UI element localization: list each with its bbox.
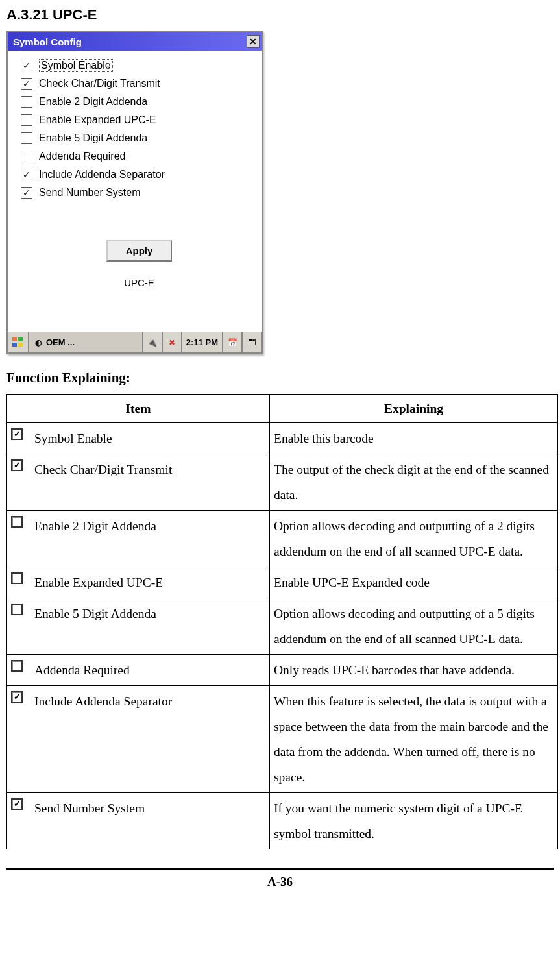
- dialog-caption: UPC-E: [21, 277, 258, 288]
- checkbox-icon: ✓: [11, 459, 23, 471]
- table-cell-item: Enable 2 Digit Addenda: [7, 511, 270, 567]
- taskbar-clock[interactable]: 2:11 PM: [182, 332, 223, 353]
- table-cell-explaining: The output of the check digit at the end…: [270, 454, 558, 511]
- taskbar: ◐ OEM ... 🔌 ✖ 2:11 PM 📅 🗔: [8, 331, 262, 353]
- dialog-option[interactable]: ✓Symbol Enable: [21, 57, 258, 74]
- dialog-option[interactable]: Addenda Required: [21, 148, 258, 165]
- checkbox-icon[interactable]: [21, 151, 32, 162]
- dialog-titlebar: Symbol Config ✕: [8, 32, 262, 51]
- dialog-option-label: Enable 2 Digit Addenda: [39, 96, 147, 108]
- section-heading: A.3.21 UPC-E: [6, 6, 554, 23]
- table-row: ✓Send Number SystemIf you want the numer…: [7, 793, 558, 849]
- show-desktop-icon[interactable]: 🗔: [242, 332, 262, 353]
- dialog-option-label: Addenda Required: [39, 151, 125, 162]
- checkbox-icon: ✓: [11, 798, 23, 810]
- function-heading: Function Explaining:: [6, 370, 554, 386]
- table-row: ✓Check Char/Digit TransmitThe output of …: [7, 454, 558, 511]
- dialog-option-label: Include Addenda Separator: [39, 169, 165, 180]
- table-row: Addenda RequiredOnly reads UPC-E barcode…: [7, 655, 558, 686]
- function-table: Item Explaining ✓Symbol EnableEnable thi…: [6, 394, 558, 849]
- dialog-option-label: Enable Expanded UPC-E: [39, 114, 156, 126]
- dialog-option[interactable]: ✓Check Char/Digit Transmit: [21, 75, 258, 92]
- table-cell-item: ✓Check Char/Digit Transmit: [7, 454, 270, 511]
- dialog-option-label: Symbol Enable: [39, 59, 113, 72]
- table-cell-explaining: When this feature is selected, the data …: [270, 686, 558, 793]
- checkbox-icon[interactable]: ✓: [21, 169, 32, 180]
- table-row: Enable 2 Digit AddendaOption allows deco…: [7, 511, 558, 567]
- table-item-label: Check Char/Digit Transmit: [34, 457, 172, 482]
- app-icon: ◐: [33, 337, 43, 348]
- table-row: ✓Include Addenda SeparatorWhen this feat…: [7, 686, 558, 793]
- table-item-label: Enable Expanded UPC-E: [34, 570, 163, 595]
- checkbox-icon[interactable]: [21, 114, 32, 126]
- dialog-option[interactable]: Enable 5 Digit Addenda: [21, 130, 258, 147]
- dialog-body: ✓Symbol Enable✓Check Char/Digit Transmit…: [8, 51, 262, 331]
- tray-icon-3[interactable]: 📅: [223, 332, 242, 353]
- checkbox-icon[interactable]: [21, 96, 32, 108]
- table-cell-item: Addenda Required: [7, 655, 270, 686]
- checkbox-icon[interactable]: ✓: [21, 78, 32, 90]
- table-cell-explaining: Option allows decoding and outputting of…: [270, 511, 558, 567]
- table-row: Enable Expanded UPC-EEnable UPC-E Expand…: [7, 567, 558, 598]
- checkbox-icon[interactable]: [21, 132, 32, 144]
- checkbox-icon[interactable]: ✓: [21, 60, 32, 71]
- table-cell-explaining: If you want the numeric system digit of …: [270, 793, 558, 849]
- table-cell-item: Enable Expanded UPC-E: [7, 567, 270, 598]
- checkbox-icon: [11, 604, 23, 615]
- taskbar-app-label: OEM ...: [46, 337, 75, 347]
- table-cell-item: ✓Symbol Enable: [7, 423, 270, 454]
- table-cell-item: Enable 5 Digit Addenda: [7, 598, 270, 655]
- dialog-screenshot: Symbol Config ✕ ✓Symbol Enable✓Check Cha…: [6, 31, 263, 354]
- table-header-row: Item Explaining: [7, 395, 558, 423]
- start-icon[interactable]: [8, 332, 29, 353]
- page-number: A-36: [6, 868, 554, 889]
- checkbox-icon: [11, 516, 23, 528]
- table-item-label: Symbol Enable: [34, 426, 112, 451]
- table-item-label: Send Number System: [34, 796, 145, 821]
- checkbox-icon: [11, 660, 23, 672]
- checkbox-icon[interactable]: ✓: [21, 187, 32, 199]
- dialog-title: Symbol Config: [13, 36, 82, 47]
- table-row: ✓Symbol EnableEnable this barcode: [7, 423, 558, 454]
- table-item-label: Enable 2 Digit Addenda: [34, 513, 156, 539]
- checkbox-icon: ✓: [11, 691, 23, 703]
- header-explaining: Explaining: [270, 395, 558, 423]
- table-item-label: Enable 5 Digit Addenda: [34, 601, 156, 626]
- apply-button[interactable]: Apply: [106, 240, 173, 262]
- dialog-option[interactable]: Enable 2 Digit Addenda: [21, 93, 258, 110]
- dialog-option[interactable]: Enable Expanded UPC-E: [21, 112, 258, 128]
- dialog-option-label: Enable 5 Digit Addenda: [39, 132, 147, 144]
- table-item-label: Include Addenda Separator: [34, 689, 172, 714]
- dialog-option-label: Send Number System: [39, 187, 141, 199]
- table-cell-explaining: Option allows decoding and outputting of…: [270, 598, 558, 655]
- taskbar-app-button[interactable]: ◐ OEM ...: [29, 332, 143, 353]
- tray-icon-2[interactable]: ✖: [162, 332, 182, 353]
- table-cell-explaining: Enable this barcode: [270, 423, 558, 454]
- checkbox-icon: ✓: [11, 428, 23, 440]
- table-cell-item: ✓Include Addenda Separator: [7, 686, 270, 793]
- checkbox-icon: [11, 572, 23, 584]
- table-item-label: Addenda Required: [34, 657, 130, 683]
- table-cell-item: ✓Send Number System: [7, 793, 270, 849]
- header-item: Item: [7, 395, 270, 423]
- table-cell-explaining: Enable UPC-E Expanded code: [270, 567, 558, 598]
- table-cell-explaining: Only reads UPC-E barcodes that have adde…: [270, 655, 558, 686]
- dialog-option[interactable]: ✓Send Number System: [21, 184, 258, 201]
- table-row: Enable 5 Digit AddendaOption allows deco…: [7, 598, 558, 655]
- tray-icon-1[interactable]: 🔌: [143, 332, 162, 353]
- close-icon[interactable]: ✕: [247, 35, 260, 48]
- dialog-option[interactable]: ✓Include Addenda Separator: [21, 166, 258, 183]
- dialog-option-label: Check Char/Digit Transmit: [39, 78, 160, 90]
